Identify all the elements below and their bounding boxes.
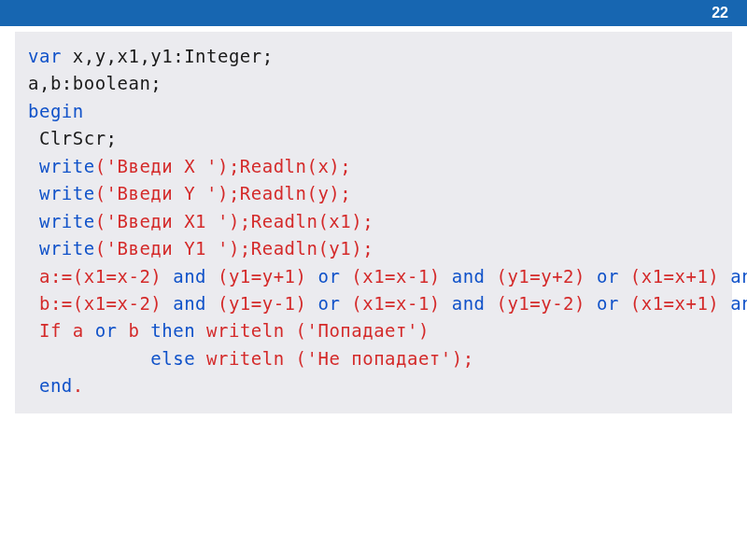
kw-var: var (28, 46, 62, 66)
kw-write: write (28, 238, 95, 259)
kw-and: and (452, 266, 486, 287)
kw-and: and (452, 293, 486, 314)
code-red: If a (28, 320, 95, 341)
code-red: writeln ('Попадает') (195, 320, 430, 341)
code-red: (y1=y-2) (486, 293, 597, 314)
header-bar: 22 (0, 0, 747, 26)
code-red: ('Введи X ');Readln(x); (95, 156, 352, 176)
code-red: (x1=x-1) (340, 293, 451, 314)
code-red: (y1=y+1) (206, 266, 317, 287)
code-red: writeln ('Не попадает'); (195, 348, 473, 369)
code-red: ('Введи Y ');Readln(y); (95, 183, 352, 203)
code-red: . (73, 375, 84, 396)
code-text: ClrScr; (28, 128, 118, 148)
kw-or: or (317, 266, 340, 287)
code-text: a,b:boolean; (28, 73, 162, 93)
code-red: ('Введи Y1 ');Readln(y1); (95, 238, 374, 259)
code-block: var x,y,x1,y1:Integer; a,b:boolean; begi… (15, 32, 732, 413)
code-red: (x1=x+1) (619, 293, 730, 314)
code-red: (x1=x-1) (340, 266, 451, 287)
code-red: (y1=y+2) (486, 266, 597, 287)
kw-and: and (173, 266, 206, 287)
kw-then: then (150, 320, 195, 341)
code-red: (y1=y-1) (206, 293, 317, 314)
kw-or: or (95, 320, 118, 341)
kw-or: or (317, 293, 340, 314)
page-number: 22 (712, 5, 728, 21)
kw-end: end (28, 375, 73, 396)
kw-and: and (730, 293, 747, 314)
code-red (28, 348, 150, 369)
kw-write: write (28, 156, 95, 176)
code-content: var x,y,x1,y1:Integer; a,b:boolean; begi… (28, 43, 719, 400)
code-red: a:=(x1=x-2) (28, 266, 173, 287)
code-red: ('Введи X1 ');Readln(x1); (95, 211, 374, 231)
code-red: (x1=x+1) (619, 266, 730, 287)
kw-write: write (28, 211, 95, 231)
code-red: b:=(x1=x-2) (28, 293, 173, 314)
kw-begin: begin (28, 101, 84, 121)
kw-else: else (150, 348, 195, 369)
code-red: b (118, 320, 151, 341)
kw-or: or (597, 293, 619, 314)
kw-write: write (28, 183, 95, 203)
code-text: x,y,x1,y1:Integer; (62, 46, 274, 66)
kw-and: and (730, 266, 747, 287)
kw-or: or (597, 266, 619, 287)
kw-and: and (173, 293, 206, 314)
